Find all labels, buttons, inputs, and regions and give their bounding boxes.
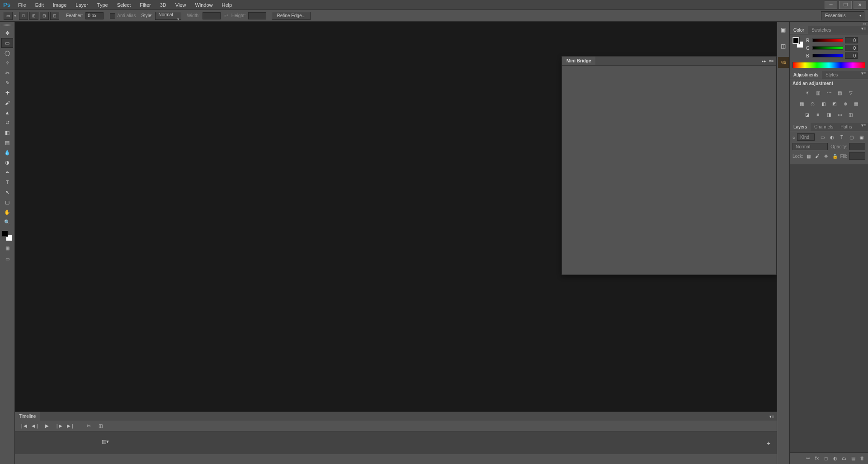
timeline-tab[interactable]: Timeline (15, 412, 40, 421)
window-close[interactable]: ✕ (854, 1, 866, 9)
collapse-icon[interactable]: ▸▸ (762, 59, 766, 63)
adj-threshold-icon[interactable]: ◨ (825, 110, 833, 118)
window-maximize[interactable]: ❐ (839, 1, 852, 9)
menu-select[interactable]: Select (113, 2, 136, 8)
adj-exposure-icon[interactable]: ▤ (836, 89, 844, 97)
timeline-next-icon[interactable]: ❘▶ (54, 422, 64, 430)
new-layer-icon[interactable]: ▤ (850, 455, 856, 462)
color-swatch-pair[interactable] (2, 231, 13, 241)
filter-smart-icon[interactable]: ▣ (857, 133, 865, 141)
filter-pixel-icon[interactable]: ▭ (818, 133, 826, 141)
input-b[interactable] (845, 52, 858, 59)
layer-filter-kind[interactable]: Kind (797, 133, 815, 141)
filter-type-icon[interactable]: T (838, 133, 846, 141)
tool-path[interactable]: ↖ (1, 187, 13, 197)
workspace-select[interactable]: Essentials (821, 11, 864, 20)
lock-pixels-icon[interactable]: 🖌 (814, 152, 821, 160)
adj-gradient-map-icon[interactable]: ▭ (836, 110, 844, 118)
mini-bridge-panel[interactable]: Mini Bridge ▸▸ ▾≡ (561, 56, 777, 275)
menu-edit[interactable]: Edit (31, 2, 48, 8)
menu-3d[interactable]: 3D (156, 2, 171, 8)
adj-photo-filter-icon[interactable]: ◩ (830, 99, 839, 108)
new-group-icon[interactable]: 🗀 (841, 455, 847, 462)
adj-invert-icon[interactable]: ◪ (803, 110, 811, 118)
adj-hue-icon[interactable]: ▦ (798, 99, 806, 108)
timeline-menu-small-icon[interactable]: ▥▾ (102, 439, 109, 445)
tool-healing[interactable]: ✚ (1, 88, 13, 98)
color-panel-menu-icon[interactable]: ▾≡ (859, 26, 868, 34)
selection-add-icon[interactable]: ⊞ (29, 12, 38, 20)
selection-intersect-icon[interactable]: ⊡ (50, 12, 59, 20)
tool-zoom[interactable]: 🔍 (1, 217, 13, 227)
spectrum-bar[interactable] (793, 62, 865, 68)
filter-adjust-icon[interactable]: ◐ (828, 133, 836, 141)
selection-new-icon[interactable]: □ (19, 12, 28, 20)
canvas-area[interactable]: Mini Bridge ▸▸ ▾≡ Timeline ▾≡ ❘◀ ◀❘ ▶ ❘▶… (15, 22, 777, 464)
adj-selective-icon[interactable]: ◫ (847, 110, 855, 118)
anti-alias-checkbox[interactable] (110, 13, 115, 19)
lock-position-icon[interactable]: ✥ (823, 152, 830, 160)
tool-history-brush[interactable]: ↺ (1, 118, 13, 128)
swap-dimensions-icon[interactable]: ⇄ (224, 13, 228, 18)
menu-window[interactable]: Window (190, 2, 217, 8)
adj-lookup-icon[interactable]: ▩ (852, 99, 860, 108)
tool-wand[interactable]: ✧ (1, 58, 13, 68)
tool-crop[interactable]: ✂ (1, 68, 13, 78)
menu-file[interactable]: File (14, 2, 31, 8)
menu-image[interactable]: Image (48, 2, 71, 8)
tool-brush[interactable]: 🖌 (1, 98, 13, 108)
tool-blur[interactable]: 💧 (1, 147, 13, 157)
adj-balance-icon[interactable]: ⚖ (809, 99, 817, 108)
tool-hand[interactable]: ✋ (1, 207, 13, 217)
mini-bridge-tab[interactable]: Mini Bridge (562, 57, 595, 65)
tool-pen[interactable]: ✒ (1, 167, 13, 177)
tab-paths[interactable]: Paths (837, 123, 856, 131)
layers-panel-menu-icon[interactable]: ▾≡ (859, 123, 868, 131)
refine-edge-button[interactable]: Refine Edge... (272, 12, 310, 20)
filter-shape-icon[interactable]: ▢ (848, 133, 856, 141)
tab-channels[interactable]: Channels (811, 123, 837, 131)
new-adjustment-layer-icon[interactable]: ◐ (832, 455, 838, 462)
layer-fx-icon[interactable]: fx (814, 455, 820, 462)
lock-transparency-icon[interactable]: ▦ (805, 152, 812, 160)
menu-type[interactable]: Type (93, 2, 113, 8)
link-layers-icon[interactable]: ⚯ (805, 455, 811, 462)
tool-move[interactable]: ✥ (1, 28, 13, 38)
adj-curves-icon[interactable]: 〰 (825, 89, 833, 97)
adj-bw-icon[interactable]: ◧ (820, 99, 828, 108)
timeline-prev-icon[interactable]: ◀❘ (30, 422, 40, 430)
timeline-play-icon[interactable]: ▶ (42, 422, 52, 430)
timeline-last-icon[interactable]: ▶❘ (66, 422, 75, 430)
panel-grip[interactable] (2, 24, 13, 26)
slider-r[interactable] (812, 38, 843, 42)
height-input[interactable] (248, 12, 266, 19)
menu-help[interactable]: Help (217, 2, 237, 8)
foreground-swatch[interactable] (2, 231, 8, 237)
timeline-first-icon[interactable]: ❘◀ (19, 422, 28, 430)
slider-g[interactable] (812, 46, 843, 50)
tool-marquee[interactable]: ▭ (1, 38, 13, 48)
tool-gradient[interactable]: ▤ (1, 137, 13, 147)
timeline-tracks[interactable]: ▥▾ (15, 431, 777, 454)
menu-view[interactable]: View (171, 2, 191, 8)
opacity-input[interactable] (849, 143, 865, 150)
tab-color[interactable]: Color (790, 26, 808, 34)
marquee-tool-icon[interactable]: ▭ (4, 12, 13, 20)
adj-vibrance-icon[interactable]: ▽ (847, 89, 855, 97)
menu-layer[interactable]: Layer (71, 2, 93, 8)
input-g[interactable] (845, 45, 858, 51)
tool-lasso[interactable]: ◯ (1, 48, 13, 58)
timeline-add-icon[interactable]: + (767, 440, 770, 447)
tab-adjustments[interactable]: Adjustments (790, 71, 822, 79)
tool-dodge[interactable]: ◑ (1, 157, 13, 167)
timeline-menu-icon[interactable]: ▾≡ (767, 412, 777, 421)
fill-input[interactable] (849, 152, 865, 160)
feather-input[interactable] (85, 12, 104, 19)
input-r[interactable] (845, 37, 858, 43)
adj-posterize-icon[interactable]: ≡ (814, 110, 822, 118)
color-fg-swatch[interactable] (793, 37, 799, 44)
slider-b[interactable] (812, 54, 843, 57)
layer-mask-icon[interactable]: ◻ (823, 455, 829, 462)
quick-mask-icon[interactable]: ▣ (1, 243, 13, 252)
timeline-cut-icon[interactable]: ✄ (84, 422, 94, 430)
